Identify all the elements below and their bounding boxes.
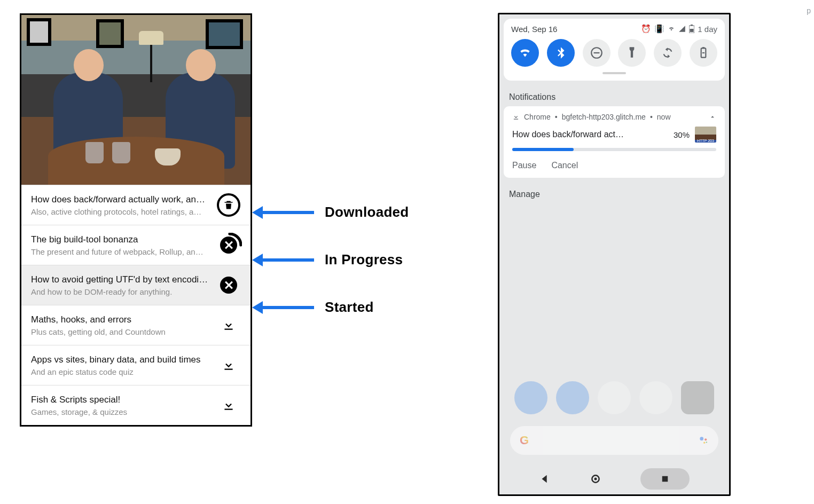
camera-app-icon[interactable] — [681, 381, 714, 414]
download-icon[interactable] — [222, 318, 236, 332]
annotation-label: Started — [325, 299, 374, 316]
notification-thumbnail: HTTP 203 — [695, 127, 716, 143]
toggle-wifi[interactable] — [511, 39, 539, 67]
download-icon[interactable] — [222, 358, 236, 372]
episode-subtitle: The present and future of webpack, Rollu… — [31, 247, 211, 256]
battery-icon — [689, 25, 694, 33]
annotation-arrow-started: Started — [262, 299, 374, 316]
nav-home-button[interactable] — [590, 474, 601, 484]
svg-rect-13 — [662, 476, 668, 482]
notification-time: now — [657, 113, 671, 121]
android-nav-bar — [499, 463, 729, 494]
episode-list: How does back/forward actually work, an…… — [21, 185, 251, 425]
progress-arc-icon — [217, 233, 242, 257]
google-search-bar[interactable]: G — [510, 426, 718, 455]
svg-point-8 — [705, 438, 707, 440]
download-progress — [512, 148, 716, 151]
episode-row[interactable]: Apps vs sites, binary data, and build ti… — [21, 345, 251, 385]
cropped-letter: p — [807, 6, 811, 15]
svg-point-9 — [703, 442, 705, 444]
collapse-icon[interactable] — [709, 113, 716, 121]
manage-notifications-button[interactable]: Manage — [499, 178, 729, 211]
download-icon[interactable] — [222, 398, 236, 412]
episode-subtitle: Plus cats, getting old, and Countdown — [31, 327, 211, 336]
toggle-bluetooth[interactable] — [547, 39, 575, 67]
toggle-battery-saver[interactable] — [690, 39, 717, 67]
android-phone-frame: Wed, Sep 16 ⏰ 📳 1 day Notifications — [498, 13, 731, 496]
phone-app-icon[interactable] — [514, 381, 547, 414]
play-store-icon[interactable] — [598, 381, 631, 414]
notification-title: How does back/forward act… — [512, 130, 668, 139]
download-notification[interactable]: Chrome • bgfetch-http203.glitch.me • now… — [504, 106, 725, 178]
episode-title: How to avoid getting UTF'd by text encod… — [31, 274, 211, 285]
toggle-rotate[interactable] — [654, 39, 682, 67]
notification-percent: 30% — [674, 130, 690, 139]
quick-settings-panel: Wed, Sep 16 ⏰ 📳 1 day — [504, 19, 725, 81]
pwa-app-window: How does back/forward actually work, an…… — [20, 13, 252, 427]
episode-row[interactable]: How does back/forward actually work, an…… — [21, 185, 251, 225]
svg-point-7 — [700, 437, 703, 440]
toggle-flashlight[interactable] — [618, 39, 646, 67]
home-screen-background: G — [499, 259, 729, 494]
episode-subtitle: And how to be DOM-ready for anything. — [31, 287, 211, 296]
episode-row[interactable]: How to avoid getting UTF'd by text encod… — [21, 265, 251, 305]
svg-rect-4 — [593, 52, 599, 53]
annotation-label: Downloaded — [325, 204, 409, 220]
notification-app-name: Chrome — [524, 113, 551, 121]
nav-recents-button[interactable] — [640, 468, 690, 490]
svg-rect-1 — [691, 25, 693, 26]
svg-rect-2 — [690, 29, 694, 32]
cancel-download-icon[interactable] — [220, 277, 237, 294]
svg-rect-6 — [702, 47, 705, 48]
svg-point-12 — [594, 478, 597, 481]
annotation-label: In Progress — [325, 251, 403, 268]
notifications-section-label: Notifications — [499, 85, 729, 106]
episode-subtitle: Games, storage, & quizzes — [31, 407, 211, 416]
episode-subtitle: Also, active clothing protocols, hotel r… — [31, 207, 211, 216]
toggle-dnd[interactable] — [583, 39, 610, 67]
episode-title: Fish & Scripts special! — [31, 395, 211, 405]
cancel-button[interactable]: Cancel — [551, 161, 578, 170]
episode-title: Apps vs sites, binary data, and build ti… — [31, 355, 211, 365]
signal-icon — [678, 25, 686, 33]
status-icons: ⏰ 📳 1 day — [641, 24, 717, 34]
assistant-icon — [698, 435, 709, 446]
annotation-arrow-in-progress: In Progress — [262, 251, 403, 268]
episode-subtitle: And an epic status code quiz — [31, 367, 211, 376]
google-g-icon: G — [520, 434, 529, 447]
hero-video-thumbnail[interactable] — [21, 15, 251, 185]
episode-title: The big build-tool bonanza — [31, 234, 211, 245]
wifi-icon — [668, 25, 675, 33]
episode-title: Maths, hooks, and errors — [31, 314, 211, 325]
battery-remaining-text: 1 day — [698, 25, 717, 34]
delete-download-icon[interactable] — [217, 193, 240, 217]
download-icon — [512, 113, 520, 121]
episode-row[interactable]: Fish & Scripts special!Games, storage, &… — [21, 385, 251, 425]
vibrate-icon: 📳 — [654, 24, 664, 34]
panel-handle[interactable] — [602, 72, 626, 74]
status-date: Wed, Sep 16 — [511, 25, 557, 34]
notification-source: bgfetch-http203.glitch.me — [562, 113, 646, 121]
messages-app-icon[interactable] — [556, 381, 589, 414]
alarm-icon: ⏰ — [641, 24, 651, 34]
pause-button[interactable]: Pause — [512, 161, 536, 170]
episode-row[interactable]: The big build-tool bonanzaThe present an… — [21, 225, 251, 265]
svg-point-10 — [706, 442, 707, 443]
chrome-app-icon[interactable] — [639, 381, 672, 414]
nav-back-button[interactable] — [539, 473, 551, 485]
episode-title: How does back/forward actually work, an… — [31, 194, 211, 205]
quick-toggle-row — [511, 39, 717, 67]
annotation-arrow-downloaded: Downloaded — [262, 204, 409, 220]
episode-row[interactable]: Maths, hooks, and errorsPlus cats, getti… — [21, 305, 251, 345]
